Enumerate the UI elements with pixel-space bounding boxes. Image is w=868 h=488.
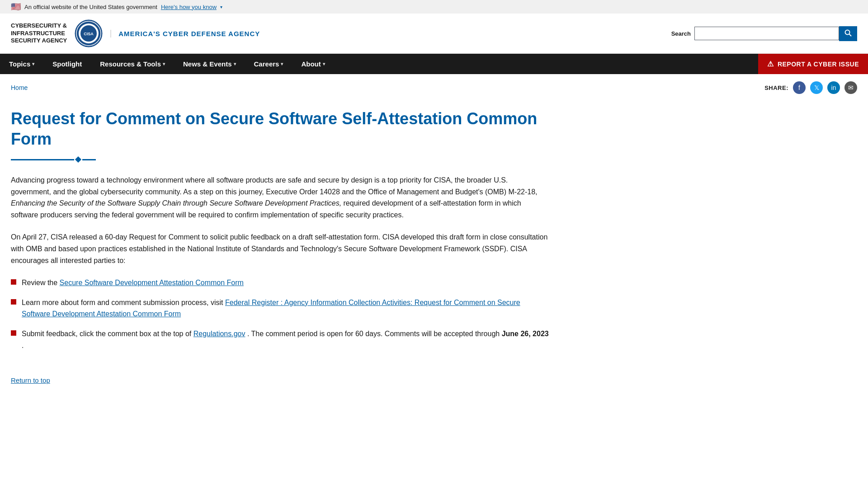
nav-about[interactable]: About ▾ — [292, 54, 334, 74]
search-icon — [844, 29, 852, 37]
bullet-square-icon — [11, 330, 16, 336]
body-paragraph-2: On April 27, CISA released a 60-day Requ… — [11, 231, 550, 266]
title-rule — [11, 157, 550, 162]
nav-items: Topics ▾ Spotlight Resources & Tools ▾ N… — [0, 54, 758, 74]
svg-point-6 — [845, 30, 850, 34]
search-button[interactable] — [839, 26, 857, 41]
search-area: Search — [671, 26, 857, 41]
share-twitter-button[interactable]: 𝕏 — [810, 81, 823, 94]
site-header: Cybersecurity & Infrastructure Security … — [0, 14, 868, 54]
breadcrumb-home-link[interactable]: Home — [11, 84, 28, 91]
list-item: Review the Secure Software Development A… — [11, 277, 550, 289]
search-label: Search — [671, 30, 691, 37]
return-to-top-link[interactable]: Return to top — [11, 376, 50, 384]
rule-line-right — [82, 159, 96, 160]
main-content: Request for Comment on Secure Software S… — [0, 98, 561, 406]
nav-news-events[interactable]: News & Events ▾ — [174, 54, 245, 74]
nav-topics[interactable]: Topics ▾ — [0, 54, 43, 74]
heres-how-link[interactable]: Here's how you know — [161, 4, 217, 10]
regulations-gov-link[interactable]: Regulations.gov — [193, 330, 245, 338]
news-chevron-icon: ▾ — [234, 61, 236, 66]
main-nav: Topics ▾ Spotlight Resources & Tools ▾ N… — [0, 54, 868, 74]
nav-careers[interactable]: Careers ▾ — [245, 54, 292, 74]
nav-resources-tools[interactable]: Resources & Tools ▾ — [91, 54, 174, 74]
list-item: Learn more about form and comment submis… — [11, 297, 550, 320]
share-label: SHARE: — [764, 84, 788, 91]
share-email-button[interactable]: ✉ — [844, 81, 857, 94]
bullet-list: Review the Secure Software Development A… — [11, 277, 550, 351]
svg-text:CISA: CISA — [84, 32, 94, 36]
attestation-form-link[interactable]: Secure Software Development Attestation … — [60, 279, 244, 286]
about-chevron-icon: ▾ — [323, 61, 325, 66]
topics-chevron-icon: ▾ — [32, 61, 34, 66]
share-linkedin-button[interactable]: in — [827, 81, 840, 94]
chevron-icon: ▾ — [220, 5, 222, 9]
breadcrumb-bar: Home SHARE: f 𝕏 in ✉ — [0, 74, 868, 98]
agency-title: America's Cyber Defense Agency — [110, 30, 260, 38]
bullet-square-icon — [11, 299, 16, 305]
resources-chevron-icon: ▾ — [163, 61, 165, 66]
bullet-square-icon — [11, 279, 16, 285]
logo-area: Cybersecurity & Infrastructure Security … — [11, 19, 260, 48]
breadcrumb: Home — [11, 84, 28, 92]
share-facebook-button[interactable]: f — [793, 81, 806, 94]
flag-icon: 🇺🇸 — [11, 2, 21, 12]
careers-chevron-icon: ▾ — [281, 61, 283, 66]
gov-banner-text: An official website of the United States… — [24, 4, 157, 10]
cisa-seal: CISA — [74, 19, 103, 48]
rule-diamond — [75, 156, 81, 163]
body-paragraph-1: Advancing progress toward a technology e… — [11, 174, 550, 221]
alert-icon: ⚠ — [767, 60, 774, 68]
share-area: SHARE: f 𝕏 in ✉ — [764, 81, 857, 94]
org-name-text: Cybersecurity & Infrastructure Security … — [11, 22, 67, 45]
search-input[interactable] — [694, 27, 839, 40]
report-cyber-issue-button[interactable]: ⚠ REPORT A CYBER ISSUE — [758, 54, 868, 74]
list-item: Submit feedback, click the comment box a… — [11, 328, 550, 351]
svg-line-7 — [849, 34, 852, 36]
nav-spotlight[interactable]: Spotlight — [43, 54, 91, 74]
page-title: Request for Comment on Secure Software S… — [11, 108, 550, 149]
gov-banner: 🇺🇸 An official website of the United Sta… — [0, 0, 868, 14]
rule-line-left — [11, 159, 74, 160]
